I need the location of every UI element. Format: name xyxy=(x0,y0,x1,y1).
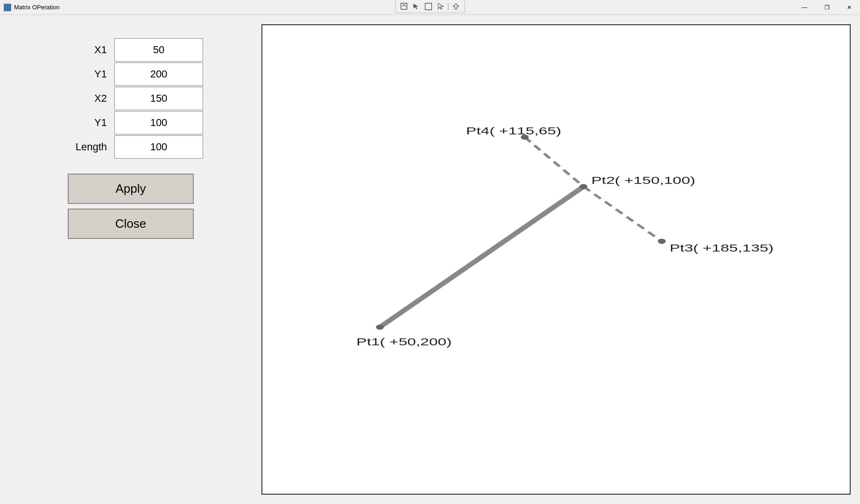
field-x1: X1 xyxy=(58,38,203,62)
input-y1b[interactable] xyxy=(114,111,203,134)
minimize-button[interactable]: — xyxy=(794,0,815,15)
label-length: Length xyxy=(58,141,114,153)
input-x1[interactable] xyxy=(114,38,203,62)
canvas-area: Pt1( +50,200) Pt2( +150,100) Pt3( +185,1… xyxy=(261,24,851,495)
input-x2[interactable] xyxy=(114,87,203,110)
svg-marker-3 xyxy=(438,3,444,9)
field-y1b: Y1 xyxy=(58,111,203,134)
input-length[interactable] xyxy=(114,135,203,159)
input-y1[interactable] xyxy=(114,63,203,86)
label-pt1: Pt1( +50,200) xyxy=(356,336,451,348)
canvas-svg: Pt1( +50,200) Pt2( +150,100) Pt3( +185,1… xyxy=(262,25,850,494)
field-x2: X2 xyxy=(58,87,203,110)
draw-tool-button[interactable] xyxy=(399,1,410,12)
label-x2: X2 xyxy=(58,92,114,105)
select-tool-button[interactable] xyxy=(435,1,446,12)
cursor-tool-button[interactable] xyxy=(411,1,422,12)
dashed-line-upper xyxy=(525,137,584,187)
field-length: Length xyxy=(58,135,203,159)
label-y1b: Y1 xyxy=(58,117,114,129)
point-pt3-dot xyxy=(658,238,666,244)
toolbar-separator xyxy=(448,3,449,10)
label-pt4: Pt4( +115,65) xyxy=(466,125,561,137)
label-y1: Y1 xyxy=(58,68,114,80)
svg-rect-2 xyxy=(425,3,432,10)
point-pt1-dot xyxy=(376,324,384,329)
main-line xyxy=(380,187,584,327)
close-button[interactable]: Close xyxy=(68,209,194,239)
fields-container: X1 Y1 X2 Y1 Length xyxy=(58,38,203,160)
label-pt3: Pt3( +185,135) xyxy=(670,242,774,254)
title-bar-controls: — ❐ ✕ xyxy=(794,0,860,15)
close-button[interactable]: ✕ xyxy=(839,0,860,15)
left-panel: X1 Y1 X2 Y1 Length xyxy=(9,24,252,495)
maximize-button[interactable]: ❐ xyxy=(816,0,838,15)
field-y1: Y1 xyxy=(58,63,203,86)
point-pt2-dot xyxy=(579,184,587,189)
main-content: X1 Y1 X2 Y1 Length xyxy=(0,15,860,504)
label-x1: X1 xyxy=(58,44,114,56)
toolbar xyxy=(395,0,465,13)
dashed-line-lower xyxy=(584,187,662,241)
app-icon xyxy=(4,4,11,11)
arrow-tool-button[interactable] xyxy=(451,1,462,12)
apply-button[interactable]: Apply xyxy=(68,174,194,204)
title-bar: Matrix OPeration — ❐ ✕ xyxy=(0,0,860,15)
label-pt2: Pt2( +150,100) xyxy=(591,175,695,186)
rect-tool-button[interactable] xyxy=(423,1,434,12)
svg-marker-1 xyxy=(414,4,419,9)
